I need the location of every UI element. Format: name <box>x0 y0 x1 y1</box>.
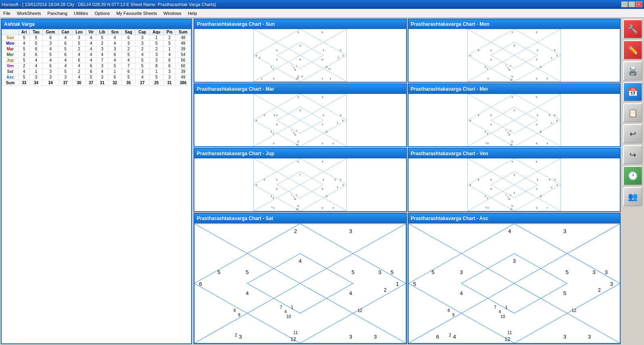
cell-value: 5 <box>149 41 163 46</box>
svg-text:7: 7 <box>494 305 496 309</box>
cell-value: 6 <box>108 75 122 80</box>
clock-button[interactable]: 🕐 <box>623 166 642 185</box>
cell-value: 5 <box>19 75 29 80</box>
cell-value: 60 <box>175 63 191 69</box>
svg-text:9: 9 <box>273 133 274 135</box>
svg-text:1: 1 <box>322 123 323 125</box>
svg-text:5: 5 <box>513 44 515 47</box>
svg-text:4: 4 <box>507 131 509 133</box>
cell-value: 27 <box>135 80 150 86</box>
svg-text:3: 3 <box>490 188 492 190</box>
cell-value: 34 <box>42 80 58 86</box>
svg-text:12: 12 <box>301 76 304 78</box>
chart-sat-header: Prastharashtakavarga Chart - Sat <box>194 214 406 223</box>
contacts-button[interactable]: 👥 <box>623 187 642 206</box>
cell-value: 3 <box>73 35 86 41</box>
menu-worksheets[interactable]: WorkSheets <box>14 10 44 17</box>
menu-help[interactable]: Help <box>185 10 200 17</box>
svg-text:1: 1 <box>510 129 511 131</box>
table-row: Sun55643454631248 <box>2 35 191 41</box>
svg-text:5: 5 <box>322 58 323 61</box>
svg-text:5: 5 <box>487 142 489 145</box>
svg-text:10: 10 <box>294 133 296 135</box>
svg-text:2: 2 <box>338 56 340 59</box>
notes-button[interactable]: 📋 <box>623 103 642 123</box>
menu-panchang[interactable]: Panchang <box>44 10 71 17</box>
svg-text:3: 3 <box>298 31 299 33</box>
chart-mer-content: 4 5 6 2 3 12 5 6 6 6 5 4 4 4 8 9 11 <box>408 94 620 147</box>
svg-text:11: 11 <box>297 206 300 208</box>
cell-value: 6 <box>108 52 122 58</box>
svg-text:3: 3 <box>276 123 278 125</box>
right-sidebar: 🔧 ✏️ 🖨️ 📅 📋 ↩ ↪ 🕐 👥 <box>621 18 644 345</box>
tools-button[interactable]: 🔧 <box>623 19 642 39</box>
print-button[interactable]: 🖨️ <box>623 61 642 81</box>
cell-value: 5 <box>73 41 86 46</box>
svg-text:1: 1 <box>510 194 511 196</box>
maximize-btn[interactable]: □ <box>629 2 635 7</box>
cell-value: 4 <box>58 63 73 69</box>
menu-utilities[interactable]: Utilities <box>71 10 91 17</box>
cell-value: 6 <box>164 58 175 63</box>
svg-text:1: 1 <box>330 77 331 80</box>
cell-value: 54 <box>175 52 191 58</box>
window-title: Horosoft - [ 13/01/2016 18:04:28 City : … <box>2 2 216 7</box>
col-can: Can <box>58 29 73 35</box>
chart-mar-svg: 2 4 5 2 2 12 2 4 6 4 5 3 3 1 8 9 11 <box>194 94 406 147</box>
svg-text:12: 12 <box>510 143 512 146</box>
charts-grid: Prastharashtakavarga Chart - Sun 3 <box>193 18 621 345</box>
svg-text:11: 11 <box>297 76 300 78</box>
menu-favourites[interactable]: My Favourite Sheets <box>113 10 160 17</box>
edit-button[interactable]: ✏️ <box>623 40 642 60</box>
cell-value: 5 <box>58 69 73 75</box>
chart-jup-title: Prastharashtakavarga Chart - Jup <box>197 151 274 156</box>
cell-value: 35 <box>122 80 135 86</box>
col-gem: Gem <box>42 29 58 35</box>
menu-windows[interactable]: Windows <box>160 10 185 17</box>
cell-value: 1 <box>149 35 163 41</box>
col-planet <box>2 29 19 35</box>
table-row: Sat41352641631339 <box>2 69 191 75</box>
planet-label: Ven <box>2 63 19 69</box>
svg-text:7: 7 <box>300 174 301 176</box>
cell-value: 5 <box>29 41 42 46</box>
svg-text:5: 5 <box>276 179 278 181</box>
cell-value: 31 <box>96 80 108 86</box>
back-button[interactable]: ↩ <box>623 124 642 143</box>
cell-value: 3 <box>58 75 73 80</box>
minimize-btn[interactable]: _ <box>621 2 628 7</box>
cell-value: 34 <box>29 80 42 86</box>
svg-text:4: 4 <box>293 67 294 69</box>
cell-value: 1 <box>29 69 42 75</box>
menu-file[interactable]: File <box>0 10 14 17</box>
cell-value: 33 <box>19 80 29 86</box>
menu-bar: File WorkSheets Panchang Utilities Optio… <box>0 9 644 18</box>
svg-text:7: 7 <box>546 207 548 210</box>
svg-text:11: 11 <box>510 208 512 210</box>
svg-text:2: 2 <box>551 186 552 189</box>
chart-sun: Prastharashtakavarga Chart - Sun 3 <box>194 19 407 83</box>
svg-text:1: 1 <box>296 129 297 131</box>
svg-text:4: 4 <box>322 160 323 163</box>
cell-value: 4 <box>42 46 58 52</box>
close-btn[interactable]: ✕ <box>636 2 642 7</box>
svg-text:11: 11 <box>511 76 513 78</box>
svg-text:7: 7 <box>291 65 292 67</box>
planet-label: Sat <box>2 69 19 75</box>
chart-jup: Prastharashtakavarga Chart - Jup 6 4 4 2 <box>194 148 407 212</box>
menu-options[interactable]: Options <box>91 10 113 17</box>
cell-value: 4 <box>73 52 86 58</box>
svg-text:7: 7 <box>291 194 292 196</box>
cell-value: 7 <box>122 63 135 69</box>
svg-text:5: 5 <box>340 114 342 116</box>
cell-value: 4 <box>86 46 96 52</box>
cell-value: 2 <box>135 46 150 52</box>
cell-value: 4 <box>96 52 108 58</box>
forward-button[interactable]: ↪ <box>623 145 642 164</box>
svg-text:2: 2 <box>551 57 552 59</box>
svg-text:4: 4 <box>537 49 538 52</box>
svg-text:5: 5 <box>477 179 479 181</box>
svg-text:2: 2 <box>337 122 338 124</box>
calendar-button[interactable]: 📅 <box>623 82 642 102</box>
svg-text:4: 4 <box>460 290 463 296</box>
